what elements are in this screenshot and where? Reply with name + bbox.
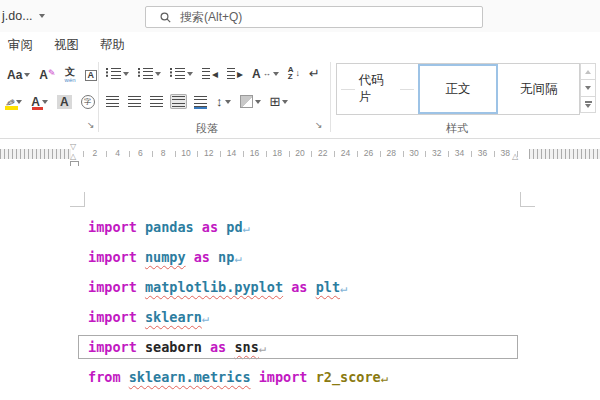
shading-icon bbox=[240, 95, 253, 108]
hanging-indent-marker[interactable]: △ bbox=[70, 153, 76, 161]
change-case-button[interactable]: Aa bbox=[5, 67, 32, 83]
decrease-indent-button[interactable]: ◂ bbox=[200, 66, 220, 82]
ruler-number: 20 bbox=[295, 148, 304, 158]
style-item-label: 代码片 bbox=[359, 72, 396, 106]
phonetic-guide-accent: wén bbox=[65, 77, 76, 83]
sort-accent: ↓ bbox=[296, 69, 301, 78]
chevron-down-icon bbox=[123, 72, 129, 76]
multilevel-list-button[interactable] bbox=[168, 66, 195, 81]
ruler-tick bbox=[152, 151, 153, 157]
code-token: plt bbox=[316, 279, 340, 295]
distribute-button[interactable] bbox=[192, 94, 209, 109]
ruler-number: 34 bbox=[455, 148, 464, 158]
code-token: sklearn bbox=[145, 309, 202, 325]
ruler-number: 38 bbox=[500, 148, 509, 158]
styles-expand-button[interactable] bbox=[580, 97, 596, 113]
ruler-tick bbox=[448, 151, 449, 157]
enclose-characters-button[interactable]: 字 bbox=[79, 93, 97, 111]
code-token: import bbox=[88, 249, 137, 265]
font-color-glyph: A bbox=[31, 96, 40, 108]
styles-scroll-up-button[interactable] bbox=[580, 63, 596, 80]
font-color-button[interactable]: A bbox=[29, 94, 50, 110]
ruler-number: 22 bbox=[318, 148, 327, 158]
search-input[interactable]: 搜索(Alt+Q) bbox=[145, 6, 483, 28]
chevron-down-icon bbox=[225, 100, 231, 104]
code-token bbox=[121, 369, 129, 385]
numbered-list-button[interactable] bbox=[136, 66, 163, 81]
sort-glyph: A bbox=[288, 67, 294, 80]
text-highlight-color-button[interactable]: ✎ bbox=[3, 95, 24, 110]
paragraph-mark: ↵ bbox=[202, 311, 209, 325]
borders-button[interactable]: ⊞ bbox=[268, 93, 291, 110]
search-icon bbox=[160, 12, 171, 23]
code-line[interactable]: import numpy as np↵ bbox=[0, 242, 600, 272]
ruler-right-margin bbox=[529, 149, 600, 159]
chevron-down-icon bbox=[273, 72, 279, 76]
code-token: import bbox=[259, 369, 308, 385]
ruler-tick bbox=[311, 151, 312, 157]
ruler-number: 30 bbox=[409, 148, 418, 158]
sort-button[interactable]: A↓ bbox=[286, 65, 302, 82]
line-spacing-button[interactable]: ↕ bbox=[214, 93, 233, 110]
styles-gallery: 代码片正文无间隔 bbox=[336, 63, 580, 115]
clear-formatting-glyph: A bbox=[39, 69, 48, 81]
code-token bbox=[137, 309, 145, 325]
code-token: as bbox=[194, 249, 210, 265]
menu-tab-1[interactable]: 审阅 bbox=[8, 37, 33, 54]
paragraph-mark: ↵ bbox=[259, 341, 266, 355]
menu-tab-3[interactable]: 帮助 bbox=[100, 37, 125, 54]
triangle-up-icon bbox=[585, 70, 591, 74]
document-title[interactable]: j.do... bbox=[2, 9, 45, 23]
code-line[interactable]: import seaborn as sns↵ bbox=[0, 332, 600, 362]
code-line[interactable]: import pandas as pd↵ bbox=[0, 212, 600, 242]
code-token: from bbox=[88, 369, 121, 385]
align-right-button[interactable] bbox=[148, 94, 165, 109]
code-line[interactable]: import sklearn↵ bbox=[0, 302, 600, 332]
align-left-button[interactable] bbox=[104, 94, 121, 109]
style-item-1[interactable]: 代码片 bbox=[337, 64, 418, 114]
justify-button[interactable] bbox=[170, 94, 187, 109]
style-item-2[interactable]: 正文 bbox=[418, 64, 499, 114]
title-bar: j.do... 搜索(Alt+Q) bbox=[0, 0, 600, 32]
paragraph-group-label: 段落 bbox=[196, 121, 218, 136]
ruler-tick bbox=[494, 151, 495, 157]
borders-glyph: ⊞ bbox=[270, 95, 281, 108]
clear-formatting-button[interactable]: A✎ bbox=[37, 67, 57, 83]
horizontal-ruler[interactable]: ▽ △ △ 2468101214161820222426283032343638 bbox=[0, 142, 600, 166]
align-center-button[interactable] bbox=[126, 94, 143, 109]
ruler-tick bbox=[425, 151, 426, 157]
first-line-indent-marker[interactable]: ▽ bbox=[70, 143, 76, 151]
chevron-down-icon bbox=[42, 100, 48, 104]
menu-tab-2[interactable]: 视图 bbox=[54, 37, 79, 54]
character-border-glyph: A bbox=[85, 70, 98, 81]
ruler-number: 32 bbox=[432, 148, 441, 158]
shading-button[interactable] bbox=[238, 93, 263, 110]
align-left-icon bbox=[106, 96, 119, 107]
character-shading-button[interactable]: A bbox=[55, 93, 74, 111]
ruler-left-margin bbox=[0, 149, 71, 159]
increase-indent-button[interactable]: ▸ bbox=[225, 66, 245, 82]
asian-layout-button[interactable]: A↔ bbox=[250, 66, 281, 82]
ruler-tick bbox=[175, 151, 176, 157]
triangle-down-icon bbox=[585, 104, 591, 108]
code-token: as bbox=[202, 219, 218, 235]
code-token bbox=[137, 279, 145, 295]
word-window: j.do... 搜索(Alt+Q) 审阅视图帮助 AaA✎文wénA ✎AA字 … bbox=[0, 0, 600, 400]
font-dialog-launcher-icon[interactable]: ↘ bbox=[87, 121, 95, 130]
code-token bbox=[137, 219, 145, 235]
paragraph-dialog-launcher-icon[interactable]: ↘ bbox=[315, 121, 323, 130]
ribbon: AaA✎文wénA ✎AA字 ↘ ◂▸A↔A↓↵ ↕⊞ 段落 ↘ 代码片正文无间… bbox=[0, 58, 600, 139]
show-formatting-marks-button[interactable]: ↵ bbox=[307, 65, 322, 82]
styles-scroll-down-button[interactable] bbox=[580, 80, 596, 96]
document-page[interactable]: import pandas as pd↵import numpy as np↵i… bbox=[0, 166, 600, 400]
code-token bbox=[210, 249, 218, 265]
style-item-3[interactable]: 无间隔 bbox=[498, 64, 579, 114]
bullet-list-button[interactable] bbox=[104, 66, 131, 81]
menu-bar: 审阅视图帮助 bbox=[0, 32, 600, 58]
ruler-number: 2 bbox=[92, 148, 97, 158]
code-line[interactable]: from sklearn.metrics import r2_score↵ bbox=[0, 362, 600, 392]
line-spacing-glyph: ↕ bbox=[216, 95, 223, 108]
phonetic-guide-button[interactable]: 文wén bbox=[63, 65, 78, 85]
code-line[interactable]: import matplotlib.pyplot as plt↵ bbox=[0, 272, 600, 302]
character-border-button[interactable]: A bbox=[83, 68, 100, 83]
